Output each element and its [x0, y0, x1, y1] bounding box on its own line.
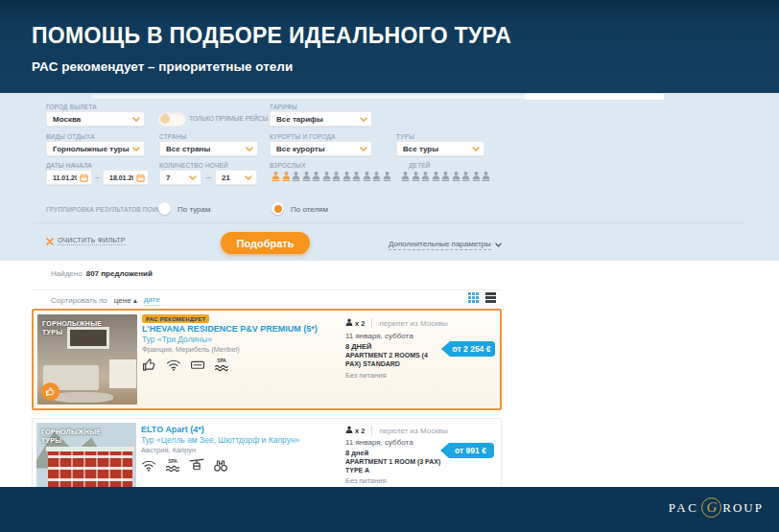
room-type: APARTMENT 1 ROOM (3 PAX) TYPE A [345, 458, 443, 475]
hotel-name-link[interactable]: L'HEVANA RESIDENCE P&V PREMIUM (5*) [142, 324, 318, 334]
photo-tag-line: ТУРЫ [41, 436, 101, 445]
person-icon[interactable] [282, 171, 291, 182]
chevron-down-icon [245, 175, 252, 180]
tours-label: ТУРЫ [396, 133, 414, 140]
rest-type-label: ВИДЫ ОТДЫХА [46, 133, 95, 140]
tariffs-label: ТАРИФЫ [270, 104, 297, 110]
person-icon[interactable] [342, 171, 351, 182]
person-icon[interactable] [421, 171, 430, 182]
tours-select[interactable]: Все туры [396, 141, 484, 156]
screenshot-artifact [91, 95, 525, 99]
person-icon[interactable] [332, 171, 341, 182]
chevron-down-icon [495, 243, 502, 247]
clear-filter-button[interactable]: ОЧИСТИТЬ ФИЛЬТР [46, 237, 126, 245]
date-from-field[interactable]: 11.01.2020 [46, 170, 92, 185]
sort-by-price[interactable]: цене [114, 296, 137, 305]
search-filter-panel: ГОРОД ВЫЛЕТА Москва ТОЛЬКО ПРЯМЫЕ РЕЙСЫ … [0, 93, 779, 261]
person-icon[interactable] [352, 171, 361, 182]
person-icon[interactable] [412, 171, 420, 182]
page-title: ПОМОЩЬ В ПОДБОРЕ ИДЕАЛЬНОГО ТУРА [32, 23, 511, 49]
depart-city-value: Москва [53, 115, 81, 124]
person-icon[interactable] [461, 171, 470, 182]
children-label: ДЕТЕЙ [409, 162, 431, 169]
dates-label: ДАТЫ НАЧАЛА [46, 162, 92, 169]
children-pax-selector [401, 171, 490, 182]
photo-tag-line: ГОРНОЛЫЖНЫЕ [41, 428, 101, 436]
svg-text:SPA: SPA [217, 359, 226, 363]
group-by-tours-radio[interactable] [158, 202, 171, 215]
close-icon [46, 238, 54, 245]
flight-info: перелет из Москвы [379, 427, 447, 435]
person-icon[interactable] [452, 171, 460, 182]
tour-name: Тур «Целль ам Зее, Шюттдорф и Капрун» [141, 435, 299, 445]
date-from-value: 11.01.2020 [53, 174, 77, 181]
countries-select[interactable]: Все страны [159, 141, 258, 156]
spa-icon: SPA [165, 458, 180, 473]
direct-flights-toggle[interactable] [158, 112, 186, 127]
person-icon[interactable] [401, 171, 410, 182]
list-view-icon[interactable] [485, 292, 496, 303]
grid-view-icon[interactable] [468, 292, 479, 303]
dates-dash: – [95, 173, 100, 182]
nights-from-select[interactable]: 7 [159, 170, 201, 185]
nights-label: КОЛИЧЕСТВО НОЧЕЙ [159, 162, 228, 169]
depart-city-select[interactable]: Москва [46, 111, 145, 127]
group-by-hotels-label[interactable]: По отелям [291, 205, 328, 214]
hotel-name-link[interactable]: ELTO Apart (4*) [141, 425, 204, 434]
photo-category-tag: ГОРНОЛЫЖНЫЕ ТУРЫ [41, 428, 101, 446]
group-by-hotels-radio[interactable] [271, 202, 284, 215]
person-icon[interactable] [363, 171, 371, 182]
chevron-down-icon [472, 147, 480, 151]
chevron-down-icon [360, 147, 367, 151]
room-type: APARTMENT 2 ROOMS (4 PAX) STANDARD [345, 352, 443, 369]
chevron-down-icon [132, 147, 140, 151]
person-icon[interactable] [383, 171, 391, 182]
person-icon[interactable] [441, 171, 450, 182]
direct-flights-label: ТОЛЬКО ПРЯМЫЕ РЕЙСЫ [189, 115, 268, 122]
person-icon[interactable] [271, 171, 280, 182]
person-icon[interactable] [302, 171, 311, 182]
rest-type-value: Горнолыжные туры [53, 145, 130, 153]
slide-footer: PAC G ROUP [0, 487, 779, 532]
person-icon[interactable] [292, 171, 300, 182]
recommended-thumb-badge [41, 382, 59, 401]
sort-by-date[interactable]: дате [144, 295, 160, 306]
person-icon[interactable] [372, 171, 381, 182]
countries-value: Все страны [166, 145, 210, 153]
hotel-card-recommended[interactable]: ГОРНОЛЫЖНЫЕ ТУРЫ PAC РЕКОМЕНДУЕТ L'HEVAN… [32, 309, 502, 410]
price-tag: от 991 € [440, 443, 494, 458]
person-icon[interactable] [482, 171, 490, 182]
tariffs-select[interactable]: Все тарифы [270, 111, 372, 127]
logo-text-pac: PAC [669, 500, 699, 516]
date-to-field[interactable]: 18.01.2020 [103, 170, 149, 185]
tours-value: Все туры [403, 145, 438, 153]
chevron-down-icon [360, 117, 367, 122]
rest-type-select[interactable]: Горнолыжные туры [46, 141, 145, 156]
more-params-link[interactable]: Дополнительные параметры [389, 240, 502, 250]
person-icon[interactable] [472, 171, 481, 182]
person-icon[interactable] [322, 171, 331, 182]
photo-tag-line: ТУРЫ [42, 328, 102, 336]
calendar-icon [136, 173, 145, 182]
grouping-label: ГРУППИРОВКА РЕЗУЛЬТАТОВ ПОИСКА [46, 206, 170, 213]
photo-detail [46, 447, 134, 451]
found-label: Найдено [51, 269, 83, 278]
chevron-down-icon [189, 175, 197, 180]
submit-button[interactable]: Подобрать [221, 232, 310, 254]
pac-group-logo: PAC G ROUP [669, 497, 764, 518]
chevron-down-icon [132, 117, 140, 122]
tariffs-value: Все тарифы [276, 115, 323, 124]
duration: 8 ДНЕЙ [345, 342, 371, 351]
board-icon [190, 358, 205, 372]
group-by-tours-label[interactable]: По турам [177, 205, 210, 214]
adults-label: ВЗРОСЛЫХ [270, 162, 306, 169]
sort-bar: Сортировать по цене дате [51, 295, 160, 306]
person-icon[interactable] [312, 171, 320, 182]
resorts-select[interactable]: Все курорты [270, 141, 372, 156]
divider [371, 426, 372, 435]
tour-name: Тур «Три Долины» [142, 335, 212, 344]
wifi-icon [141, 458, 156, 473]
clear-filter-label: ОЧИСТИТЬ ФИЛЬТР [58, 237, 126, 245]
person-icon[interactable] [432, 171, 440, 182]
nights-to-select[interactable]: 21 [215, 170, 257, 185]
